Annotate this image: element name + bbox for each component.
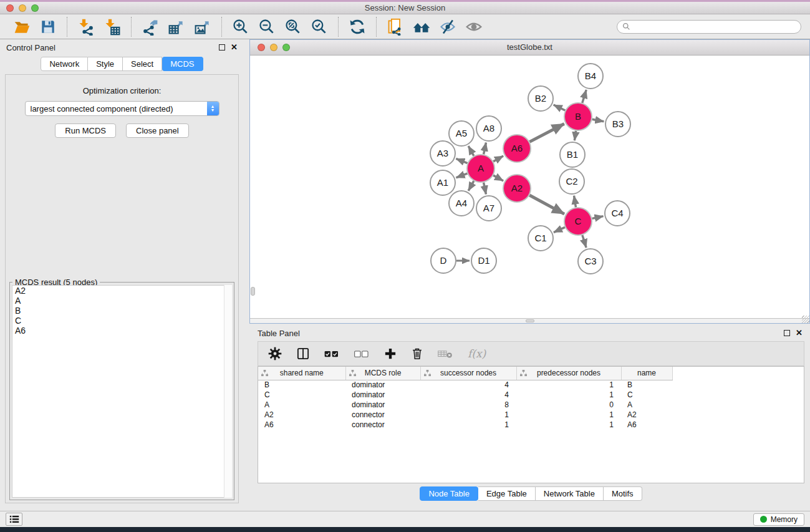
export-table-icon[interactable] xyxy=(166,17,186,37)
graph-edge-A-A4[interactable] xyxy=(468,181,474,191)
zoom-fit-icon[interactable] xyxy=(283,17,303,37)
graph-node-A5[interactable]: A5 xyxy=(449,121,474,146)
graph-edge-B-B2[interactable] xyxy=(554,105,566,110)
table-row[interactable]: Bdominator41B xyxy=(258,380,672,390)
graph-edge-A-A5[interactable] xyxy=(468,146,474,156)
network-window-titlebar[interactable]: testGlobe.txt xyxy=(250,40,809,56)
table-row[interactable]: A2connector11A2 xyxy=(258,410,672,420)
graph-node-B2[interactable]: B2 xyxy=(528,86,553,111)
graph-node-C3[interactable]: C3 xyxy=(578,249,603,274)
save-icon[interactable] xyxy=(38,17,58,37)
import-network-icon[interactable] xyxy=(76,17,96,37)
graph-node-C1[interactable]: C1 xyxy=(528,226,553,251)
canvas-hscroll-thumb[interactable] xyxy=(526,319,534,322)
close-panel-button[interactable]: Close panel xyxy=(126,123,189,138)
graph-node-C4[interactable]: C4 xyxy=(605,201,630,226)
network-zoom-button[interactable] xyxy=(282,44,290,51)
graph-edge-A-A2[interactable] xyxy=(493,175,503,181)
zoom-window-button[interactable] xyxy=(31,4,39,12)
column-header-shared-name[interactable]: shared name xyxy=(258,367,345,380)
network-minimize-button[interactable] xyxy=(270,44,277,51)
search-field[interactable] xyxy=(617,20,801,34)
mcds-result-item[interactable]: A2 xyxy=(12,286,231,296)
graph-edge-B-B3[interactable] xyxy=(592,119,604,122)
graph-edge-A-A7[interactable] xyxy=(484,183,486,195)
column-header-predecessor-nodes[interactable]: predecessor nodes xyxy=(516,367,621,380)
graph-node-D[interactable]: D xyxy=(431,248,456,273)
graph-node-A3[interactable]: A3 xyxy=(430,141,455,166)
graph-edge-C-C4[interactable] xyxy=(592,216,604,219)
graph-edge-A-A8[interactable] xyxy=(484,143,486,155)
column-header-name[interactable]: name xyxy=(621,367,672,380)
mcds-result-item[interactable]: A6 xyxy=(12,326,231,336)
table-settings-gear-icon[interactable] xyxy=(268,347,282,360)
graph-node-A[interactable]: A xyxy=(467,155,494,182)
show-column-icon[interactable] xyxy=(297,347,309,360)
tab-mcds[interactable]: MCDS xyxy=(162,57,203,71)
tab-network-table[interactable]: Network Table xyxy=(536,486,604,501)
run-mcds-button[interactable]: Run MCDS xyxy=(55,123,116,138)
graph-edge-C-C3[interactable] xyxy=(582,235,586,248)
hide-graphics-details-icon[interactable] xyxy=(438,17,458,37)
graph-edge-A6-B[interactable] xyxy=(529,124,564,142)
network-canvas[interactable]: AA1A2A3A4A5A6A7A8BB1B2B3B4CC1C2C3C4DD1 xyxy=(250,56,809,318)
table-row[interactable]: A6connector11A6 xyxy=(258,420,672,430)
graph-node-B3[interactable]: B3 xyxy=(605,112,630,137)
refresh-icon[interactable] xyxy=(347,17,367,37)
graph-node-B4[interactable]: B4 xyxy=(578,64,603,89)
graph-node-C[interactable]: C xyxy=(564,208,592,235)
tab-node-table[interactable]: Node Table xyxy=(420,486,478,501)
mcds-result-item[interactable]: B xyxy=(12,306,231,316)
zoom-selected-icon[interactable] xyxy=(309,17,329,37)
create-column-plus-icon[interactable] xyxy=(384,347,397,360)
column-header-MCDS-role[interactable]: MCDS role xyxy=(345,367,420,380)
delete-table-icon[interactable] xyxy=(438,349,453,359)
graph-node-A1[interactable]: A1 xyxy=(430,170,455,195)
mcds-result-item[interactable]: A xyxy=(12,296,231,306)
window-resize-grip[interactable] xyxy=(802,316,809,323)
mcds-result-list[interactable]: A2ABCA6 xyxy=(12,285,232,498)
graph-edge-B-B4[interactable] xyxy=(582,90,586,103)
graph-node-B1[interactable]: B1 xyxy=(560,142,585,167)
graph-edge-C-C2[interactable] xyxy=(574,196,576,208)
graph-edge-A2-C[interactable] xyxy=(529,195,564,214)
delete-column-trash-icon[interactable] xyxy=(412,347,423,360)
minimize-window-button[interactable] xyxy=(19,4,26,12)
memory-button[interactable]: Memory xyxy=(753,513,804,526)
graph-edge-A-A1[interactable] xyxy=(456,173,468,178)
home-icon[interactable] xyxy=(412,17,432,37)
network-file-icon[interactable] xyxy=(385,17,405,37)
graph-node-A2[interactable]: A2 xyxy=(503,175,531,202)
result-scrollbar[interactable] xyxy=(224,285,232,498)
graph-edge-A-A3[interactable] xyxy=(456,158,467,163)
function-builder-icon[interactable]: f(x) xyxy=(468,347,486,360)
tab-style[interactable]: Style xyxy=(88,57,123,71)
unselect-all-columns-icon[interactable] xyxy=(354,349,369,358)
canvas-vscroll-thumb[interactable] xyxy=(251,287,255,296)
tab-network[interactable]: Network xyxy=(41,57,88,71)
close-panel-icon[interactable]: ✕ xyxy=(231,44,238,51)
criterion-select[interactable]: largest connected component (directed) ▲… xyxy=(25,101,219,116)
float-table-panel-icon[interactable] xyxy=(784,330,790,336)
zoom-in-icon[interactable] xyxy=(231,17,251,37)
select-all-columns-icon[interactable] xyxy=(324,349,339,358)
graph-edge-A-A6[interactable] xyxy=(493,156,503,162)
graph-node-A4[interactable]: A4 xyxy=(449,191,474,216)
float-panel-icon[interactable] xyxy=(219,44,225,51)
zoom-out-icon[interactable] xyxy=(257,17,277,37)
close-table-panel-icon[interactable]: ✕ xyxy=(796,330,803,336)
graph-node-C2[interactable]: C2 xyxy=(559,169,584,194)
graph-node-B[interactable]: B xyxy=(564,103,592,130)
network-close-button[interactable] xyxy=(258,44,265,51)
graph-edge-C-C1[interactable] xyxy=(554,227,565,232)
table-row[interactable]: Adominator80A xyxy=(258,400,672,410)
graph-node-A8[interactable]: A8 xyxy=(476,116,501,141)
export-image-icon[interactable] xyxy=(193,17,213,37)
close-window-button[interactable] xyxy=(6,4,14,12)
tab-edge-table[interactable]: Edge Table xyxy=(478,486,536,501)
tab-select[interactable]: Select xyxy=(123,57,162,71)
mcds-result-item[interactable]: C xyxy=(12,316,231,326)
tab-motifs[interactable]: Motifs xyxy=(604,486,642,501)
search-input[interactable] xyxy=(634,22,796,31)
task-history-button[interactable] xyxy=(6,513,22,526)
